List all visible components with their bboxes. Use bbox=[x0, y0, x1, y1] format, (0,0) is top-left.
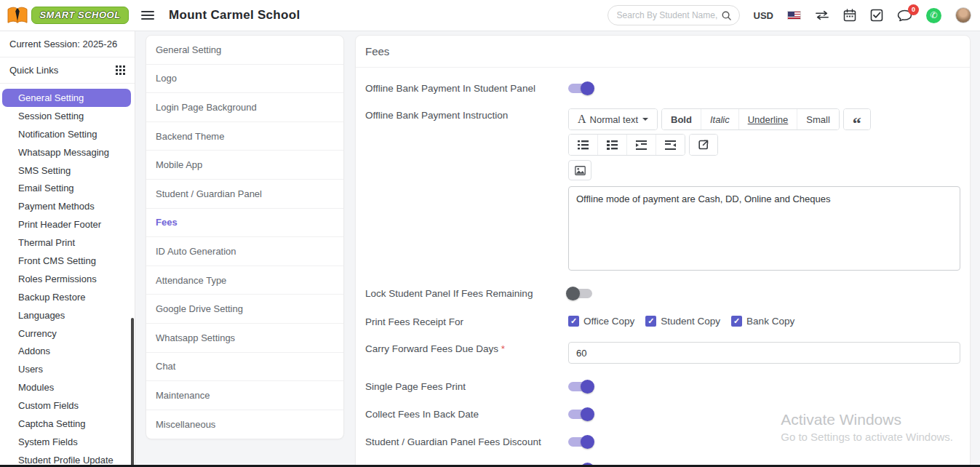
sidebar-nav-item-label: Whatsapp Messaging bbox=[18, 147, 109, 158]
messages-badge: 0 bbox=[908, 4, 919, 15]
sidebar-nav-item[interactable]: General Setting bbox=[2, 89, 131, 107]
sidebar-nav-item-label: System Fields bbox=[18, 436, 78, 447]
settings-category-item[interactable]: Student / Guardian Panel bbox=[146, 180, 343, 209]
carry-forward-input[interactable] bbox=[568, 342, 960, 364]
calendar-icon[interactable] bbox=[843, 9, 856, 22]
sidebar-nav-item[interactable]: Currency bbox=[0, 324, 135, 343]
fees-toggle-label: Collect Fees In Back Date bbox=[365, 407, 568, 420]
quote-icon[interactable]: “ bbox=[844, 109, 870, 129]
unordered-list-icon[interactable] bbox=[569, 135, 597, 155]
receipt-copy-option[interactable]: ✓Bank Copy bbox=[731, 316, 794, 327]
sidebar-nav-item[interactable]: Roles Permissions bbox=[0, 270, 135, 288]
settings-category-item[interactable]: Google Drive Setting bbox=[146, 295, 343, 324]
indent-icon[interactable] bbox=[626, 135, 656, 155]
fees-toggle[interactable] bbox=[568, 437, 592, 447]
sidebar-nav: General Setting Session Setting Notifica… bbox=[0, 84, 135, 467]
sidebar-scrollbar[interactable] bbox=[131, 318, 134, 467]
sidebar-nav-item-label: Session Setting bbox=[18, 111, 84, 121]
search-input[interactable] bbox=[617, 10, 721, 20]
sidebar-nav-item[interactable]: Addons bbox=[0, 342, 135, 360]
settings-category-item[interactable]: Whatsapp Settings bbox=[146, 324, 343, 353]
settings-category-item[interactable]: Fees bbox=[146, 209, 343, 238]
sidebar-nav-item[interactable]: Notification Setting bbox=[0, 125, 135, 143]
sidebar-nav-item[interactable]: SMS Setting bbox=[0, 161, 135, 180]
sidebar-nav-item[interactable]: Users bbox=[0, 360, 135, 378]
sidebar-nav-item-label: Notification Setting bbox=[18, 129, 97, 140]
sidebar-nav-item[interactable]: Payment Methods bbox=[0, 197, 135, 215]
menu-toggle-icon[interactable] bbox=[141, 9, 154, 22]
sidebar-nav-item-label: General Setting bbox=[18, 92, 84, 103]
sidebar-nav-item[interactable]: System Fields bbox=[0, 433, 135, 451]
search-icon[interactable] bbox=[721, 10, 732, 21]
sidebar: Current Session: 2025-26 Quick Links Gen… bbox=[0, 31, 135, 467]
settings-category-card: General Setting Logo Login Page Backgrou… bbox=[146, 35, 344, 439]
quick-links-label: Quick Links bbox=[9, 65, 58, 76]
sidebar-nav-item-label: Backup Restore bbox=[18, 292, 86, 303]
small-button[interactable]: Small bbox=[797, 109, 839, 129]
ordered-list-icon[interactable] bbox=[597, 135, 626, 155]
whatsapp-icon[interactable]: ✆ bbox=[926, 8, 941, 23]
insert-image-button[interactable] bbox=[568, 160, 591, 180]
offline-bank-payment-toggle[interactable] bbox=[568, 84, 592, 93]
sidebar-nav-item[interactable]: Modules bbox=[0, 378, 135, 396]
fees-toggle[interactable] bbox=[568, 410, 592, 419]
checkbox-checked-icon[interactable]: ✓ bbox=[645, 316, 656, 327]
settings-category-item[interactable]: ID Auto Generation bbox=[146, 237, 343, 266]
sidebar-nav-item[interactable]: Session Setting bbox=[0, 107, 135, 125]
tasks-icon[interactable] bbox=[870, 9, 883, 22]
settings-category-item[interactable]: General Setting bbox=[146, 36, 343, 65]
bold-button[interactable]: Bold bbox=[662, 109, 701, 129]
page-title: Mount Carmel School bbox=[169, 8, 300, 23]
session-switch-icon[interactable] bbox=[815, 10, 829, 20]
messages-icon[interactable]: 0 bbox=[897, 9, 912, 22]
sidebar-nav-item[interactable]: Backup Restore bbox=[0, 288, 135, 306]
sidebar-nav-item[interactable]: Thermal Print bbox=[0, 234, 135, 252]
sidebar-nav-item-label: Modules bbox=[18, 382, 54, 393]
settings-category-label: Student / Guardian Panel bbox=[156, 188, 262, 199]
currency-selector[interactable]: USD bbox=[754, 10, 773, 21]
sidebar-nav-item[interactable]: Captcha Setting bbox=[0, 415, 135, 433]
outdent-icon[interactable] bbox=[656, 135, 685, 155]
sidebar-nav-item[interactable]: Custom Fields bbox=[0, 396, 135, 415]
settings-category-label: Attendance Type bbox=[156, 275, 226, 286]
fees-panel-title: Fees bbox=[356, 36, 970, 68]
user-avatar[interactable] bbox=[955, 7, 971, 23]
settings-category-item[interactable]: Attendance Type bbox=[146, 266, 343, 295]
settings-category-label: ID Auto Generation bbox=[156, 246, 236, 257]
settings-category-item[interactable]: Chat bbox=[146, 353, 343, 382]
export-icon[interactable] bbox=[690, 135, 717, 155]
sidebar-nav-item-label: Thermal Print bbox=[18, 237, 75, 248]
settings-category-item[interactable]: Miscellaneous bbox=[146, 410, 343, 439]
student-search[interactable] bbox=[607, 5, 740, 25]
italic-button[interactable]: Italic bbox=[701, 109, 738, 129]
checkbox-checked-icon[interactable]: ✓ bbox=[731, 316, 742, 327]
settings-category-item[interactable]: Login Page Background bbox=[146, 93, 343, 122]
settings-category-item[interactable]: Maintenance bbox=[146, 381, 343, 410]
sidebar-nav-item-label: Users bbox=[18, 364, 43, 375]
sidebar-nav-item-label: Captcha Setting bbox=[18, 418, 86, 429]
checkbox-checked-icon[interactable]: ✓ bbox=[568, 316, 579, 327]
quick-links-grid-icon[interactable] bbox=[116, 65, 125, 75]
sidebar-nav-item[interactable]: Print Header Footer bbox=[0, 215, 135, 234]
language-flag-icon[interactable] bbox=[787, 11, 801, 20]
settings-category-item[interactable]: Logo bbox=[146, 65, 343, 94]
editor-style-dropdown[interactable]: A Normal text bbox=[569, 109, 657, 129]
settings-category-item[interactable]: Mobile App bbox=[146, 151, 343, 180]
sidebar-nav-item[interactable]: Front CMS Setting bbox=[0, 252, 135, 270]
settings-category-label: Logo bbox=[156, 73, 177, 84]
sidebar-nav-item[interactable]: Whatsapp Messaging bbox=[0, 143, 135, 161]
underline-button[interactable]: Underline bbox=[738, 109, 797, 129]
app-logo[interactable]: SMART SCHOOL bbox=[0, 6, 135, 25]
settings-category-item[interactable]: Backend Theme bbox=[146, 122, 343, 151]
sidebar-nav-item[interactable]: Email Setting bbox=[0, 179, 135, 197]
editor-content[interactable]: Offline mode of payment are Cash, DD, On… bbox=[568, 186, 960, 271]
sidebar-nav-item[interactable]: Languages bbox=[0, 306, 135, 324]
sidebar-nav-item-label: Email Setting bbox=[18, 183, 74, 193]
fees-toggle[interactable] bbox=[568, 382, 592, 391]
fees-toggle-list: Single Page Fees Print Collect Fees In B… bbox=[365, 380, 960, 467]
receipt-copy-option[interactable]: ✓Student Copy bbox=[645, 316, 720, 327]
lock-student-panel-toggle[interactable] bbox=[568, 289, 592, 298]
receipt-copy-option[interactable]: ✓Office Copy bbox=[568, 316, 634, 327]
print-receipt-label: Print Fees Receipt For bbox=[365, 315, 568, 327]
editor-style-value: Normal text bbox=[590, 114, 638, 125]
